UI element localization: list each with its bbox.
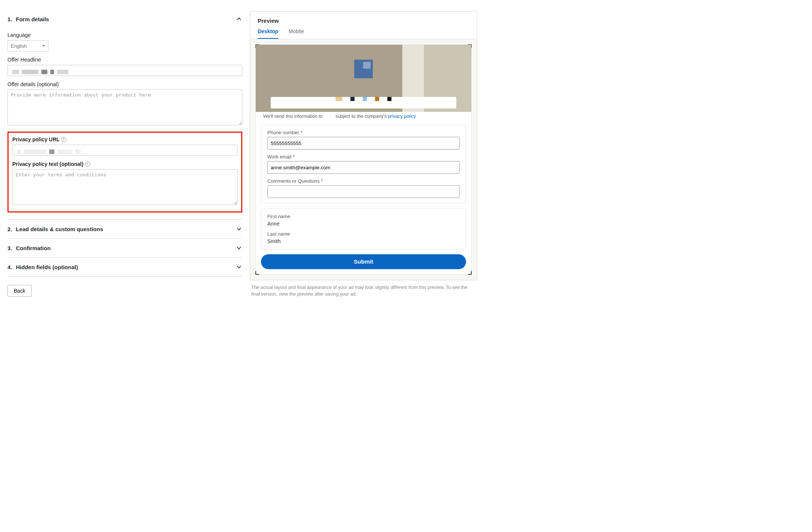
section-num: 4. [7,264,12,270]
preview-footnote: The actual layout and final appearance o… [250,280,477,301]
comments-label: Comments or Questions * [267,178,460,184]
submit-button[interactable]: Submit [261,254,466,269]
preview-form-inputs: Phone number * Work email * Comments or … [261,124,466,204]
section-hidden-fields[interactable]: 4.Hidden fields (optional) [7,259,242,275]
email-label: Work email * [267,154,460,160]
headline-label: Offer Headline [7,57,242,63]
headline-input[interactable] [7,65,242,76]
details-textarea[interactable] [7,89,242,125]
help-icon[interactable]: ? [85,161,90,167]
language-select[interactable]: English [7,40,48,51]
chevron-down-icon [42,45,45,47]
details-label: Offer details (optional) [7,81,242,87]
help-icon[interactable]: ? [61,137,66,142]
section-title: Confirmation [16,245,51,251]
section-confirmation[interactable]: 3.Confirmation [7,240,242,256]
tab-mobile[interactable]: Mobile [289,28,304,39]
phone-label: Phone number * [267,130,460,135]
preview-form-static: First name Anne Last name Smith [261,208,466,250]
section-title: Hidden fields (optional) [16,264,78,270]
section-num: 2. [7,226,12,232]
headline-placeholder [271,97,456,101]
ppurl-input[interactable] [12,145,237,156]
comments-input[interactable] [267,185,460,198]
company-logo [354,60,373,78]
language-label: Language [7,32,242,38]
tab-desktop[interactable]: Desktop [258,28,278,39]
firstname-label: First name [267,214,460,219]
pptext-textarea[interactable] [12,169,237,205]
lastname-value: Smith [267,238,460,244]
section-num: 3. [7,245,12,251]
preview-title: Preview [250,12,477,24]
firstname-value: Anne [267,221,460,227]
section-form-details[interactable]: 1.Form details [7,11,242,27]
privacy-highlight-box: Privacy policy URL ? Privacy policy text… [7,132,242,213]
chevron-down-icon [236,226,242,232]
section-lead-details[interactable]: 2.Lead details & custom questions [7,221,242,237]
ppurl-label: Privacy policy URL ? [12,136,237,142]
preview-panel: Preview Desktop Mobile [250,11,477,301]
section-title: Lead details & custom questions [16,226,103,232]
section-title: Form details [16,16,49,22]
lastname-label: Last name [267,231,460,237]
form-editor-panel: 1.Form details Language English Offer He… [7,11,242,301]
section-num: 1. [7,16,12,22]
pptext-label: Privacy policy text (optional) ? [12,161,237,167]
back-button[interactable]: Back [7,285,32,297]
chevron-down-icon [236,245,242,251]
preview-frame: We'll send this information to subject t… [255,44,472,275]
email-input[interactable] [267,161,460,174]
language-value: English [11,43,27,49]
chevron-down-icon [236,264,242,270]
phone-input[interactable] [267,137,460,149]
chevron-up-icon [236,16,242,22]
privacy-policy-link[interactable]: privacy policy [388,114,416,119]
preview-tabs: Desktop Mobile [250,24,477,39]
